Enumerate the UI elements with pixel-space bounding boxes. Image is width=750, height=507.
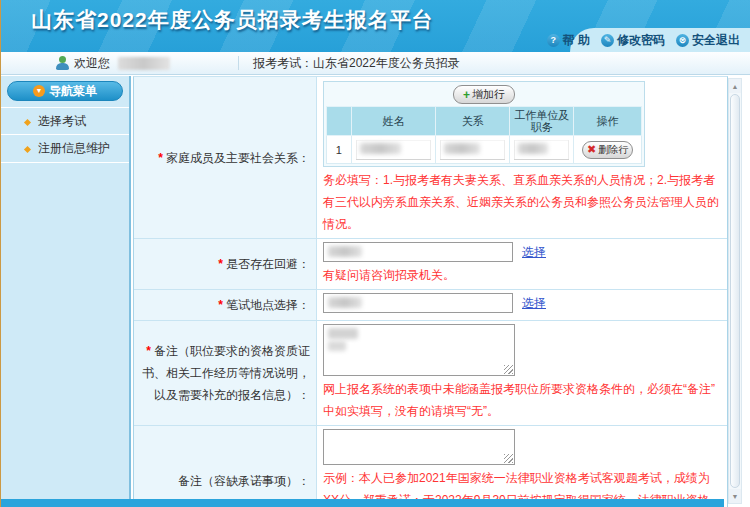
footer-strip [1,499,724,507]
promise-textarea[interactable] [323,429,515,465]
row-number-header [327,107,352,136]
nav-arrow-icon: ▼ [33,85,45,97]
add-row-label: 增加行 [472,87,505,102]
member-workunit-input[interactable] [514,140,569,160]
main-area: ▼ 导航菜单 选择考试 注册信息维护 *家庭成员及主要社 [1,76,750,499]
help-icon: ? [547,34,560,47]
form-content: *家庭成员及主要社会关系： + 增加行 [131,76,750,499]
redacted-value [444,143,480,154]
delete-row-button[interactable]: ✖ 删除行 [582,141,633,159]
family-members-table: 姓名 关系 工作单位及职务 操作 1 [326,106,642,164]
row-number-cell: 1 [327,136,352,164]
plus-icon: + [463,89,470,101]
family-members-row: *家庭成员及主要社会关系： + 增加行 [134,77,727,239]
welcome-bar: 欢迎您 报考考试：山东省2022年度公务员招录 [1,52,750,75]
applied-exam-label: 报考考试：山东省2022年度公务员招录 [253,55,460,72]
table-header-row: 姓名 关系 工作单位及职务 操作 [327,107,642,136]
promise-row: 备注（容缺承诺事项）： 示例：本人已参加2021年国家统一法律职业资格考试客观题… [134,426,727,507]
delete-x-icon: ✖ [587,144,596,155]
banner-links: ? 帮 助 ✎ 修改密码 ⊗ 安全退出 [570,28,750,52]
scrollbar-thumb[interactable] [730,94,740,488]
member-relation-input[interactable] [440,140,505,160]
remark-note: 网上报名系统的表项中未能涵盖报考职位所要求资格条件的，必须在“备注”中如实填写，… [323,378,721,422]
change-password-label: 修改密码 [617,32,665,49]
family-members-note: 务必填写：1.与报考者有夫妻关系、直系血亲关系的人员情况；2.与报考者有三代以内… [323,169,721,235]
required-mark: * [146,344,151,358]
required-mark: * [218,257,223,271]
password-icon: ✎ [601,34,614,47]
redacted-value [328,341,346,351]
help-link-label: 帮 助 [563,32,590,49]
delete-row-label: 删除行 [598,143,628,157]
sidebar-item-select-exam[interactable]: 选择考试 [1,107,129,135]
welcome-divider [238,56,239,70]
exam-site-select-link[interactable]: 选择 [522,295,546,312]
name-header: 姓名 [351,107,435,136]
logout-label: 安全退出 [692,32,740,49]
avoidance-row: *是否存在回避： 选择 有疑问请咨询招录机关。 [134,239,727,290]
app-window: 山东省2022年度公务员招录考生报名平台 ? 帮 助 ✎ 修改密码 ⊗ 安全退出… [0,0,750,507]
redacted-value [360,143,401,154]
avoidance-select-link[interactable]: 选择 [522,244,546,261]
avoidance-input[interactable] [323,242,513,262]
redacted-value [328,328,358,339]
member-name-input[interactable] [356,140,431,160]
change-password-link[interactable]: ✎ 修改密码 [601,32,665,49]
nav-menu-header[interactable]: ▼ 导航菜单 [7,81,123,101]
user-icon [56,56,69,70]
operation-header: 操作 [574,107,642,136]
remark-textarea[interactable] [323,324,515,376]
workunit-header: 工作单位及职务 [510,107,574,136]
vertical-scrollbar: ▲ ▼ [728,78,742,504]
relation-header: 关系 [436,107,510,136]
family-members-label: *家庭成员及主要社会关系： [134,77,317,238]
exam-site-label: *笔试地点选择： [134,290,317,320]
required-mark: * [158,151,163,165]
help-link[interactable]: ? 帮 助 [547,32,590,49]
redacted-value [328,246,362,257]
page-title: 山东省2022年度公务员招录考生报名平台 [31,6,434,34]
banner: 山东省2022年度公务员招录考生报名平台 ? 帮 助 ✎ 修改密码 ⊗ 安全退出 [1,0,750,52]
nav-menu-title: 导航菜单 [49,83,97,100]
exam-site-row: *笔试地点选择： 选择 [134,290,727,321]
avoidance-label: *是否存在回避： [134,239,317,289]
remark-label: *备注（职位要求的资格资质证书、相关工作经历等情况说明，以及需要补充的报名信息）… [134,321,317,425]
username-redacted [118,57,170,70]
sidebar: ▼ 导航菜单 选择考试 注册信息维护 [1,76,131,499]
welcome-greeting: 欢迎您 [74,55,110,72]
logout-link[interactable]: ⊗ 安全退出 [676,32,740,49]
bullet-icon [24,119,31,126]
logout-icon: ⊗ [676,34,689,47]
scroll-up-button[interactable]: ▲ [729,79,741,93]
registration-form: *家庭成员及主要社会关系： + 增加行 [133,76,728,507]
table-row: 1 ✖ 删除行 [327,136,642,164]
scroll-down-button[interactable]: ▼ [729,489,741,503]
sidebar-item-registration-info[interactable]: 注册信息维护 [1,135,129,163]
redacted-value [328,297,362,308]
remark-row: *备注（职位要求的资格资质证书、相关工作经历等情况说明，以及需要补充的报名信息）… [134,321,727,426]
sidebar-item-label: 选择考试 [38,113,86,130]
promise-label: 备注（容缺承诺事项）： [134,426,317,507]
redacted-value [518,143,548,154]
add-row-button[interactable]: + 增加行 [453,85,515,104]
exam-site-input[interactable] [323,293,513,313]
avoidance-note: 有疑问请咨询招录机关。 [323,264,721,286]
required-mark: * [218,298,223,312]
bullet-icon [24,146,31,153]
sidebar-item-label: 注册信息维护 [38,140,110,157]
family-table-panel: + 增加行 姓名 关系 工作单位及职务 操作 [323,81,645,167]
